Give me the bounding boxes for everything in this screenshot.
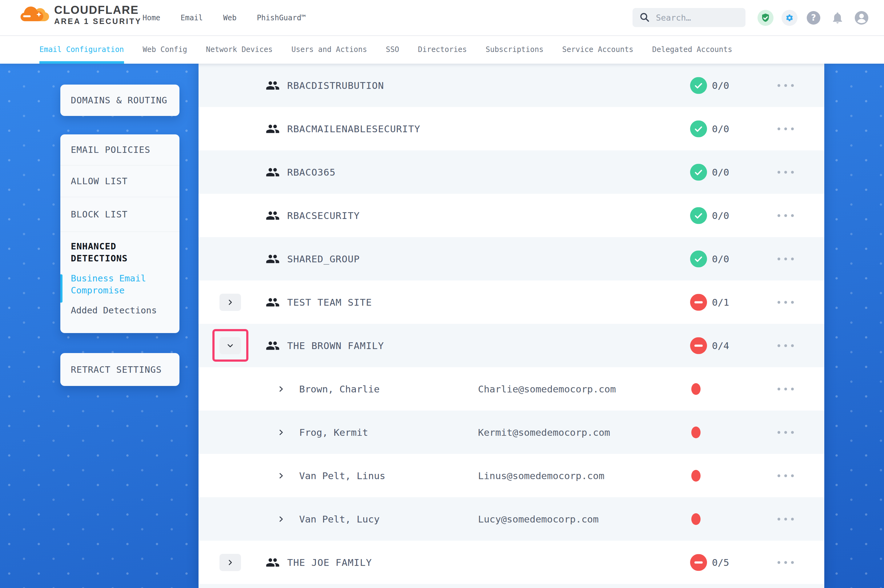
group-icon — [266, 165, 280, 179]
expand-member-icon[interactable] — [277, 428, 285, 436]
row-menu-button[interactable] — [777, 84, 794, 87]
group-row: SHARED_GROUP0/0 — [198, 237, 824, 280]
group-name: THE JOE FAMILY — [287, 557, 372, 568]
status-dot — [691, 470, 701, 482]
status-ok-icon — [690, 77, 707, 94]
row-menu-button[interactable] — [777, 474, 794, 477]
row-menu-button[interactable] — [777, 257, 794, 260]
settings-subnav: Email ConfigurationWeb ConfigNetwork Dev… — [0, 35, 884, 64]
search-input[interactable] — [655, 13, 740, 23]
detection-count: 0/0 — [712, 80, 729, 91]
sidebar-item-domains-routing[interactable]: DOMAINS & ROUTING — [60, 85, 179, 116]
sidebar-policies-card: EMAIL POLICIESALLOW LISTBLOCK LIST ENHAN… — [60, 134, 179, 333]
tab-email-configuration[interactable]: Email Configuration — [39, 35, 124, 64]
enhanced-detections-items: Business Email CompromiseAdded Detection… — [60, 264, 179, 316]
member-name: Brown, Charlie — [299, 384, 379, 394]
row-menu-button[interactable] — [777, 431, 794, 434]
tab-web-config[interactable]: Web Config — [143, 35, 188, 64]
status-blocked-icon — [690, 554, 707, 571]
top-nav-web[interactable]: Web — [223, 14, 236, 22]
detection-count: 0/0 — [712, 123, 729, 134]
detection-count: 0/0 — [712, 210, 729, 221]
group-name: SHARED_GROUP — [287, 254, 360, 264]
row-menu-button[interactable] — [777, 561, 794, 564]
enhanced-detections-title: ENHANCED DETECTIONS — [60, 232, 179, 264]
status-dot — [691, 513, 701, 525]
member-name: Van Pelt, Linus — [299, 470, 385, 481]
row-menu-button[interactable] — [777, 214, 794, 217]
row-menu-button[interactable] — [777, 344, 794, 347]
expand-group-button[interactable] — [219, 554, 241, 571]
policy-list: EMAIL POLICIESALLOW LISTBLOCK LIST — [60, 134, 179, 232]
sidebar-item-retract-settings[interactable]: RETRACT SETTINGS — [60, 353, 179, 386]
row-menu-button[interactable] — [777, 518, 794, 520]
top-nav: HomeEmailWebPhishGuard™ — [143, 0, 306, 35]
user-icon[interactable] — [854, 10, 869, 26]
tab-sso[interactable]: SSO — [386, 35, 399, 64]
tab-network-devices[interactable]: Network Devices — [206, 35, 273, 64]
row-menu-button[interactable] — [777, 171, 794, 174]
member-email: Lucy@somedemocorp.com — [478, 514, 599, 525]
group-name: THE BROWN FAMILY — [287, 340, 384, 351]
member-email: Charlie@somedemocorp.com — [478, 384, 616, 394]
detection-count: 0/0 — [712, 254, 729, 264]
tab-directories[interactable]: Directories — [418, 35, 467, 64]
sidebar-item-email-policies[interactable]: EMAIL POLICIES — [60, 134, 179, 165]
group-row: RBACSECURITY0/0 — [198, 194, 824, 237]
expand-member-icon[interactable] — [277, 515, 285, 523]
member-row: Brown, CharlieCharlie@somedemocorp.com — [198, 367, 824, 411]
group-name: RBACMAILENABLESECURITY — [287, 123, 421, 134]
group-name: RBACDISTRUBUTION — [287, 80, 384, 91]
search-icon — [639, 12, 650, 23]
tab-service-accounts[interactable]: Service Accounts — [562, 35, 633, 64]
tab-users-and-actions[interactable]: Users and Actions — [292, 35, 367, 64]
member-row: Frog, KermitKermit@somedemocorp.com — [198, 411, 824, 454]
brand-subtitle: AREA 1 SECURITY — [54, 16, 141, 26]
tab-delegated-accounts[interactable]: Delegated Accounts — [652, 35, 732, 64]
sidebar-item-block-list[interactable]: BLOCK LIST — [60, 197, 179, 232]
collapse-group-button[interactable] — [219, 337, 241, 354]
group-icon — [266, 339, 280, 353]
cloudflare-cloud-icon — [18, 5, 50, 25]
member-row: Van Pelt, LinusLinus@somedemocorp.com — [198, 454, 824, 497]
expand-member-icon[interactable] — [277, 385, 285, 393]
top-nav-home[interactable]: Home — [143, 14, 160, 22]
status-ok-icon — [690, 120, 707, 137]
gear-icon[interactable] — [782, 10, 797, 26]
shield-check-icon[interactable] — [758, 10, 774, 26]
top-nav-email[interactable]: Email — [181, 14, 203, 22]
group-row: TEST TEAM SITE0/1 — [198, 280, 824, 324]
sidebar-item-allow-list[interactable]: ALLOW LIST — [60, 165, 179, 197]
tab-subscriptions[interactable]: Subscriptions — [486, 35, 544, 64]
status-ok-icon — [690, 207, 707, 224]
search-box[interactable] — [633, 8, 746, 27]
member-name: Van Pelt, Lucy — [299, 514, 379, 525]
member-email: Kermit@somedemocorp.com — [478, 427, 610, 438]
row-menu-button[interactable] — [777, 128, 794, 130]
detection-count: 0/1 — [712, 297, 729, 308]
member-email: Linus@somedemocorp.com — [478, 470, 604, 481]
group-icon — [266, 295, 280, 309]
group-icon — [266, 122, 280, 136]
top-nav-phishguard[interactable]: PhishGuard™ — [257, 14, 306, 22]
group-icon — [266, 78, 280, 93]
status-ok-icon — [690, 164, 707, 180]
sidebar-item-business-email-compromise[interactable]: Business Email Compromise — [60, 264, 179, 297]
cloudflare-logo[interactable]: CLOUDFLARE AREA 1 SECURITY — [18, 4, 141, 26]
status-blocked-icon — [690, 337, 707, 354]
row-menu-button[interactable] — [777, 301, 794, 303]
group-row: RBACDISTRUBUTION0/0 — [198, 64, 824, 107]
sidebar-item-label: RETRACT SETTINGS — [60, 364, 162, 375]
sidebar-item-added-detections[interactable]: Added Detections — [60, 297, 179, 316]
status-ok-icon — [690, 250, 707, 267]
expand-group-button[interactable] — [219, 294, 241, 311]
row-menu-button[interactable] — [777, 387, 794, 390]
expand-member-icon[interactable] — [277, 472, 285, 480]
bell-icon[interactable] — [830, 10, 845, 26]
member-row: Van Pelt, LucyLucy@somedemocorp.com — [198, 497, 824, 541]
group-name: RBACO365 — [287, 166, 335, 178]
group-icon — [266, 252, 280, 266]
group-icon — [266, 208, 280, 223]
help-icon[interactable]: ? — [806, 10, 821, 26]
group-name: TEST TEAM SITE — [287, 297, 372, 308]
